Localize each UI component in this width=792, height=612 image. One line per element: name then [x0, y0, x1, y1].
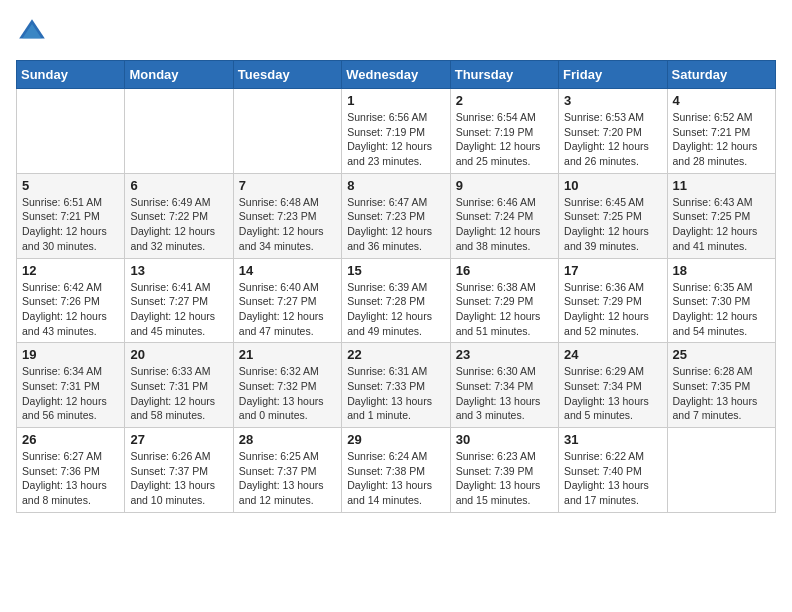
day-number: 28	[239, 432, 336, 447]
day-number: 21	[239, 347, 336, 362]
day-number: 4	[673, 93, 770, 108]
day-number: 11	[673, 178, 770, 193]
day-info: Sunrise: 6:41 AMSunset: 7:27 PMDaylight:…	[130, 280, 227, 339]
day-header-tuesday: Tuesday	[233, 61, 341, 89]
day-number: 3	[564, 93, 661, 108]
calendar-cell: 15Sunrise: 6:39 AMSunset: 7:28 PMDayligh…	[342, 258, 450, 343]
day-info: Sunrise: 6:51 AMSunset: 7:21 PMDaylight:…	[22, 195, 119, 254]
day-number: 7	[239, 178, 336, 193]
day-info: Sunrise: 6:30 AMSunset: 7:34 PMDaylight:…	[456, 364, 553, 423]
day-info: Sunrise: 6:24 AMSunset: 7:38 PMDaylight:…	[347, 449, 444, 508]
calendar-cell: 13Sunrise: 6:41 AMSunset: 7:27 PMDayligh…	[125, 258, 233, 343]
calendar-cell	[17, 89, 125, 174]
day-number: 30	[456, 432, 553, 447]
day-info: Sunrise: 6:46 AMSunset: 7:24 PMDaylight:…	[456, 195, 553, 254]
calendar-cell: 20Sunrise: 6:33 AMSunset: 7:31 PMDayligh…	[125, 343, 233, 428]
calendar-cell: 26Sunrise: 6:27 AMSunset: 7:36 PMDayligh…	[17, 428, 125, 513]
day-number: 20	[130, 347, 227, 362]
calendar-cell: 8Sunrise: 6:47 AMSunset: 7:23 PMDaylight…	[342, 173, 450, 258]
day-info: Sunrise: 6:27 AMSunset: 7:36 PMDaylight:…	[22, 449, 119, 508]
day-number: 9	[456, 178, 553, 193]
day-info: Sunrise: 6:33 AMSunset: 7:31 PMDaylight:…	[130, 364, 227, 423]
calendar-cell: 3Sunrise: 6:53 AMSunset: 7:20 PMDaylight…	[559, 89, 667, 174]
day-number: 23	[456, 347, 553, 362]
calendar-cell: 18Sunrise: 6:35 AMSunset: 7:30 PMDayligh…	[667, 258, 775, 343]
day-info: Sunrise: 6:45 AMSunset: 7:25 PMDaylight:…	[564, 195, 661, 254]
day-header-monday: Monday	[125, 61, 233, 89]
day-info: Sunrise: 6:36 AMSunset: 7:29 PMDaylight:…	[564, 280, 661, 339]
day-info: Sunrise: 6:26 AMSunset: 7:37 PMDaylight:…	[130, 449, 227, 508]
calendar-cell: 31Sunrise: 6:22 AMSunset: 7:40 PMDayligh…	[559, 428, 667, 513]
day-number: 18	[673, 263, 770, 278]
day-info: Sunrise: 6:25 AMSunset: 7:37 PMDaylight:…	[239, 449, 336, 508]
calendar-week-row: 1Sunrise: 6:56 AMSunset: 7:19 PMDaylight…	[17, 89, 776, 174]
day-info: Sunrise: 6:31 AMSunset: 7:33 PMDaylight:…	[347, 364, 444, 423]
calendar-cell: 28Sunrise: 6:25 AMSunset: 7:37 PMDayligh…	[233, 428, 341, 513]
day-info: Sunrise: 6:22 AMSunset: 7:40 PMDaylight:…	[564, 449, 661, 508]
calendar-cell: 24Sunrise: 6:29 AMSunset: 7:34 PMDayligh…	[559, 343, 667, 428]
day-number: 19	[22, 347, 119, 362]
calendar-cell: 9Sunrise: 6:46 AMSunset: 7:24 PMDaylight…	[450, 173, 558, 258]
calendar-cell: 1Sunrise: 6:56 AMSunset: 7:19 PMDaylight…	[342, 89, 450, 174]
day-number: 24	[564, 347, 661, 362]
day-info: Sunrise: 6:54 AMSunset: 7:19 PMDaylight:…	[456, 110, 553, 169]
day-number: 31	[564, 432, 661, 447]
calendar-cell	[667, 428, 775, 513]
day-number: 14	[239, 263, 336, 278]
day-header-thursday: Thursday	[450, 61, 558, 89]
calendar-week-row: 12Sunrise: 6:42 AMSunset: 7:26 PMDayligh…	[17, 258, 776, 343]
day-number: 17	[564, 263, 661, 278]
calendar-cell: 23Sunrise: 6:30 AMSunset: 7:34 PMDayligh…	[450, 343, 558, 428]
calendar-cell: 14Sunrise: 6:40 AMSunset: 7:27 PMDayligh…	[233, 258, 341, 343]
calendar-cell	[125, 89, 233, 174]
day-info: Sunrise: 6:38 AMSunset: 7:29 PMDaylight:…	[456, 280, 553, 339]
calendar-week-row: 5Sunrise: 6:51 AMSunset: 7:21 PMDaylight…	[17, 173, 776, 258]
calendar-cell: 6Sunrise: 6:49 AMSunset: 7:22 PMDaylight…	[125, 173, 233, 258]
day-info: Sunrise: 6:49 AMSunset: 7:22 PMDaylight:…	[130, 195, 227, 254]
day-info: Sunrise: 6:32 AMSunset: 7:32 PMDaylight:…	[239, 364, 336, 423]
day-info: Sunrise: 6:43 AMSunset: 7:25 PMDaylight:…	[673, 195, 770, 254]
calendar-cell: 25Sunrise: 6:28 AMSunset: 7:35 PMDayligh…	[667, 343, 775, 428]
day-number: 29	[347, 432, 444, 447]
day-info: Sunrise: 6:39 AMSunset: 7:28 PMDaylight:…	[347, 280, 444, 339]
calendar-cell: 22Sunrise: 6:31 AMSunset: 7:33 PMDayligh…	[342, 343, 450, 428]
calendar-cell: 29Sunrise: 6:24 AMSunset: 7:38 PMDayligh…	[342, 428, 450, 513]
day-info: Sunrise: 6:28 AMSunset: 7:35 PMDaylight:…	[673, 364, 770, 423]
day-info: Sunrise: 6:34 AMSunset: 7:31 PMDaylight:…	[22, 364, 119, 423]
calendar-table: SundayMondayTuesdayWednesdayThursdayFrid…	[16, 60, 776, 513]
logo	[16, 16, 52, 48]
day-number: 12	[22, 263, 119, 278]
calendar-cell: 7Sunrise: 6:48 AMSunset: 7:23 PMDaylight…	[233, 173, 341, 258]
day-info: Sunrise: 6:40 AMSunset: 7:27 PMDaylight:…	[239, 280, 336, 339]
calendar-week-row: 19Sunrise: 6:34 AMSunset: 7:31 PMDayligh…	[17, 343, 776, 428]
day-number: 22	[347, 347, 444, 362]
day-info: Sunrise: 6:29 AMSunset: 7:34 PMDaylight:…	[564, 364, 661, 423]
day-header-sunday: Sunday	[17, 61, 125, 89]
calendar-cell: 21Sunrise: 6:32 AMSunset: 7:32 PMDayligh…	[233, 343, 341, 428]
day-header-saturday: Saturday	[667, 61, 775, 89]
calendar-cell: 10Sunrise: 6:45 AMSunset: 7:25 PMDayligh…	[559, 173, 667, 258]
calendar-week-row: 26Sunrise: 6:27 AMSunset: 7:36 PMDayligh…	[17, 428, 776, 513]
header-row: SundayMondayTuesdayWednesdayThursdayFrid…	[17, 61, 776, 89]
day-info: Sunrise: 6:53 AMSunset: 7:20 PMDaylight:…	[564, 110, 661, 169]
calendar-cell: 27Sunrise: 6:26 AMSunset: 7:37 PMDayligh…	[125, 428, 233, 513]
calendar-cell: 12Sunrise: 6:42 AMSunset: 7:26 PMDayligh…	[17, 258, 125, 343]
day-number: 25	[673, 347, 770, 362]
day-number: 2	[456, 93, 553, 108]
calendar-cell: 17Sunrise: 6:36 AMSunset: 7:29 PMDayligh…	[559, 258, 667, 343]
calendar-cell: 19Sunrise: 6:34 AMSunset: 7:31 PMDayligh…	[17, 343, 125, 428]
day-info: Sunrise: 6:52 AMSunset: 7:21 PMDaylight:…	[673, 110, 770, 169]
calendar-cell: 11Sunrise: 6:43 AMSunset: 7:25 PMDayligh…	[667, 173, 775, 258]
day-info: Sunrise: 6:42 AMSunset: 7:26 PMDaylight:…	[22, 280, 119, 339]
calendar-cell: 16Sunrise: 6:38 AMSunset: 7:29 PMDayligh…	[450, 258, 558, 343]
day-number: 13	[130, 263, 227, 278]
day-number: 15	[347, 263, 444, 278]
day-number: 5	[22, 178, 119, 193]
calendar-cell: 2Sunrise: 6:54 AMSunset: 7:19 PMDaylight…	[450, 89, 558, 174]
day-header-friday: Friday	[559, 61, 667, 89]
day-number: 27	[130, 432, 227, 447]
day-info: Sunrise: 6:47 AMSunset: 7:23 PMDaylight:…	[347, 195, 444, 254]
day-number: 10	[564, 178, 661, 193]
day-info: Sunrise: 6:23 AMSunset: 7:39 PMDaylight:…	[456, 449, 553, 508]
calendar-cell: 4Sunrise: 6:52 AMSunset: 7:21 PMDaylight…	[667, 89, 775, 174]
